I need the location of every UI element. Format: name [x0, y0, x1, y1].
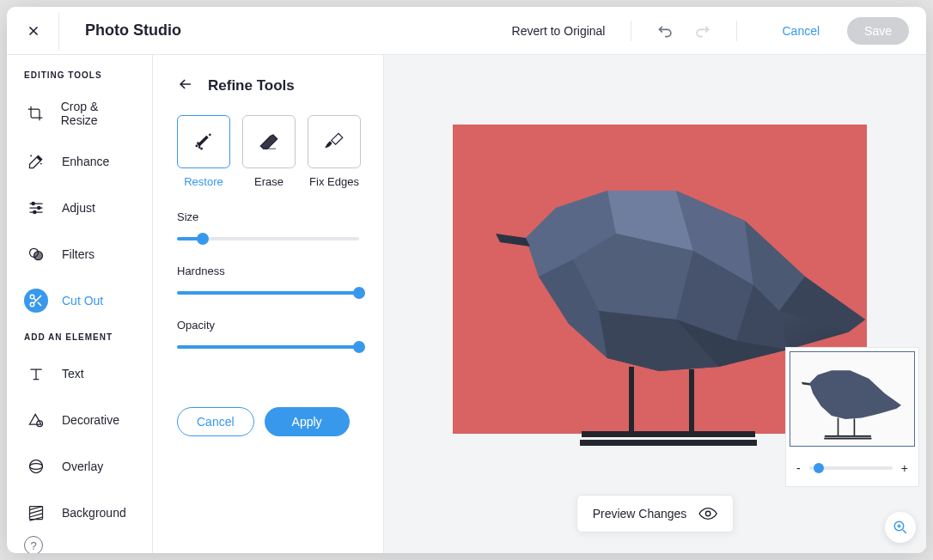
scissors-icon — [24, 289, 48, 313]
minimap: - + — [785, 347, 919, 487]
canvas-area: - + Preview Changes — [384, 55, 926, 553]
svg-rect-29 — [689, 369, 694, 434]
svg-point-11 — [198, 143, 199, 144]
redo-button — [693, 22, 710, 40]
size-slider[interactable] — [177, 232, 359, 246]
sidebar-item-label: Crop & Resize — [61, 100, 135, 127]
panel-title: Refine Tools — [208, 77, 295, 94]
filters-icon — [24, 242, 48, 266]
overlay-icon — [24, 454, 48, 478]
tool-fix-edges[interactable]: Fix Edges — [308, 115, 361, 188]
panel-cancel-button[interactable]: Cancel — [177, 407, 254, 436]
hardness-slider[interactable] — [177, 286, 359, 300]
sidebar: EDITING TOOLS Crop & Resize Enhance Adju… — [7, 55, 153, 553]
svg-point-4 — [34, 252, 43, 260]
sidebar-item-label: Filters — [62, 247, 95, 261]
text-icon — [24, 362, 48, 386]
svg-point-6 — [30, 302, 34, 307]
tool-restore[interactable]: Restore — [177, 115, 230, 188]
svg-rect-36 — [838, 417, 839, 435]
sidebar-item-filters[interactable]: Filters — [7, 234, 152, 275]
svg-point-12 — [196, 145, 198, 147]
tool-label: Erase — [254, 175, 284, 188]
zoom-out-button[interactable]: - — [796, 461, 801, 475]
svg-point-8 — [30, 460, 43, 473]
divider — [631, 21, 631, 41]
sidebar-item-crop-resize[interactable]: Crop & Resize — [7, 91, 152, 136]
wand-icon — [24, 149, 48, 173]
svg-rect-33 — [642, 440, 757, 446]
close-button[interactable] — [24, 21, 43, 40]
slider-label-size: Size — [177, 210, 359, 223]
sidebar-item-label: Overlay — [62, 460, 103, 473]
preview-changes-button[interactable]: Preview Changes — [576, 495, 735, 533]
app-title: Photo Studio — [85, 21, 181, 40]
svg-point-0 — [32, 202, 34, 204]
svg-rect-38 — [825, 435, 871, 436]
svg-rect-28 — [629, 367, 634, 434]
svg-point-1 — [38, 206, 40, 209]
refine-panel: Refine Tools Restore Erase — [153, 55, 384, 553]
sidebar-item-label: Text — [62, 367, 84, 380]
minimap-viewport[interactable] — [790, 351, 915, 447]
undo-button[interactable] — [657, 22, 674, 40]
svg-marker-27 — [496, 234, 530, 247]
sidebar-item-label: Cut Out — [62, 294, 103, 307]
sidebar-item-enhance[interactable]: Enhance — [7, 141, 152, 182]
sidebar-item-decorative[interactable]: Decorative — [7, 399, 152, 441]
svg-rect-32 — [643, 431, 755, 437]
slider-label-opacity: Opacity — [177, 319, 359, 332]
svg-marker-34 — [809, 370, 901, 419]
header-cancel[interactable]: Cancel — [782, 24, 820, 38]
revert-to-original[interactable]: Revert to Original — [512, 24, 606, 38]
crop-icon — [24, 101, 47, 125]
svg-rect-37 — [854, 418, 856, 435]
svg-point-5 — [30, 295, 34, 299]
back-button[interactable] — [177, 76, 194, 96]
zoom-fit-button[interactable] — [885, 512, 916, 543]
svg-point-14 — [201, 148, 203, 149]
help-button[interactable]: ? — [24, 536, 43, 553]
divider — [736, 21, 737, 41]
restore-icon — [192, 131, 215, 153]
sidebar-item-cut-out[interactable]: Cut Out — [7, 280, 152, 321]
zoom-in-button[interactable]: + — [901, 461, 908, 475]
svg-rect-39 — [824, 437, 871, 439]
sidebar-heading-elements: ADD AN ELEMENT — [7, 332, 152, 350]
panel-apply-button[interactable]: Apply — [265, 407, 350, 436]
sidebar-item-label: Decorative — [62, 413, 119, 427]
sidebar-item-label: Background — [62, 506, 126, 520]
sidebar-item-background[interactable]: Background — [7, 492, 152, 533]
eye-icon — [698, 504, 717, 523]
sidebar-item-label: Enhance — [62, 155, 109, 168]
sliders-icon — [24, 196, 48, 220]
slider-label-hardness: Hardness — [177, 265, 359, 277]
svg-point-2 — [34, 210, 36, 213]
tool-label: Fix Edges — [309, 175, 359, 188]
svg-point-13 — [198, 147, 200, 149]
sidebar-item-label: Adjust — [62, 201, 95, 215]
sidebar-heading-tools: EDITING TOOLS — [7, 70, 152, 88]
svg-point-40 — [706, 511, 711, 516]
tool-erase[interactable]: Erase — [242, 115, 296, 188]
sidebar-item-text[interactable]: Text — [7, 353, 152, 394]
opacity-slider[interactable] — [177, 340, 359, 354]
svg-point-9 — [30, 464, 43, 470]
sidebar-item-adjust[interactable]: Adjust — [7, 187, 152, 228]
brush-icon — [323, 131, 345, 153]
divider — [58, 12, 59, 50]
background-icon — [24, 501, 48, 525]
sidebar-item-overlay[interactable]: Overlay — [7, 446, 152, 487]
preview-label: Preview Changes — [593, 507, 687, 520]
save-button: Save — [847, 17, 909, 45]
shapes-icon — [24, 408, 48, 432]
zoom-slider[interactable] — [809, 462, 893, 474]
eraser-icon — [258, 131, 280, 153]
svg-marker-35 — [802, 381, 811, 385]
tool-label: Restore — [184, 175, 223, 188]
